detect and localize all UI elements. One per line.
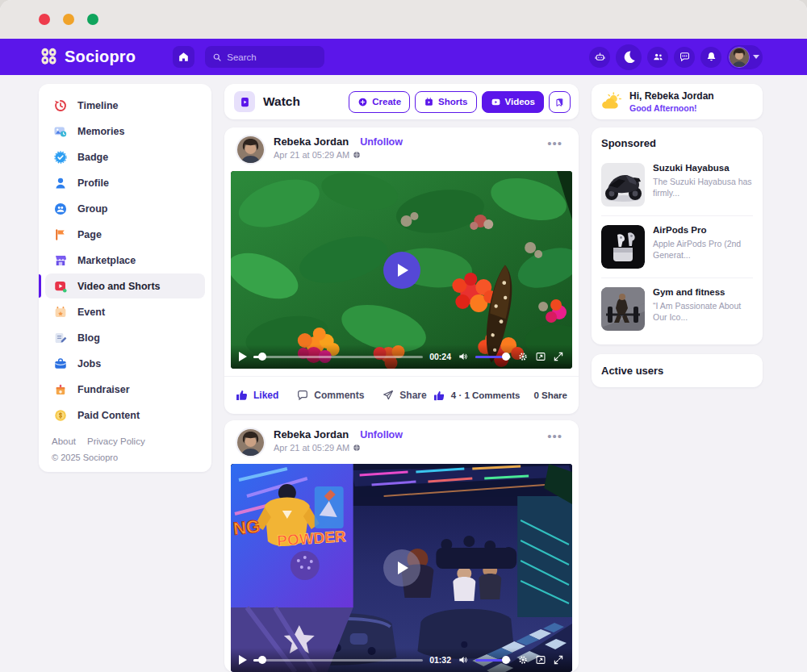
close-window-button[interactable] — [39, 14, 50, 25]
video-player[interactable]: 00:24 — [231, 171, 572, 369]
greeting-title: Hi, Rebeka Jordan — [629, 90, 714, 102]
jobs-briefcase-icon — [53, 357, 68, 371]
shorts-button[interactable]: Shorts — [415, 91, 476, 113]
sidebar-item-video-and-shorts[interactable]: Video and Shorts — [45, 273, 205, 298]
unfollow-link[interactable]: Unfollow — [360, 136, 403, 148]
seek-handle[interactable] — [258, 656, 266, 664]
post-stats: 4 · 1 Comments 0 Share — [433, 390, 567, 402]
fullscreen-button[interactable] — [553, 654, 564, 666]
app-window: Sociopro — [0, 0, 807, 672]
share-button[interactable]: Share — [382, 389, 426, 402]
post-header: Rebeka Jordan Unfollow Apr 21 at 05:29 A… — [224, 420, 579, 464]
sidebar-item-label: Blog — [77, 332, 100, 344]
sidebar-item-label: Video and Shorts — [77, 281, 161, 292]
seek-bar[interactable] — [253, 656, 423, 664]
likes-count-icon — [433, 390, 445, 402]
video-player[interactable]: NG POWDER — [231, 464, 572, 672]
minimize-window-button[interactable] — [63, 14, 74, 25]
seek-bar[interactable] — [253, 353, 423, 361]
sidebar-item-label: Event — [77, 307, 105, 318]
sponsored-item-suzuki[interactable]: Suzuki Hayabusa The Suzuki Hayabusa has … — [601, 157, 753, 215]
sidebar-item-label: Profile — [77, 177, 109, 189]
volume-handle[interactable] — [502, 353, 510, 361]
likes-comments-count[interactable]: 4 · 1 Comments — [451, 390, 521, 400]
unfollow-link[interactable]: Unfollow — [360, 429, 403, 440]
videos-button[interactable]: Videos — [482, 91, 545, 113]
brand-logo[interactable]: Sociopro — [39, 47, 136, 67]
sidebar-item-badge[interactable]: Badge — [45, 144, 205, 169]
friends-button[interactable] — [647, 47, 668, 68]
volume-button[interactable] — [458, 654, 469, 666]
sidebar-item-jobs[interactable]: Jobs — [45, 351, 205, 376]
about-link[interactable]: About — [52, 436, 76, 446]
bot-button[interactable] — [589, 47, 610, 68]
author-avatar[interactable] — [236, 135, 266, 165]
dark-mode-toggle[interactable] — [616, 44, 642, 70]
author-name[interactable]: Rebeka Jordan — [274, 428, 349, 440]
sponsored-title: Sponsored — [601, 137, 753, 149]
sidebar-item-label: Timeline — [77, 100, 118, 111]
sidebar-item-label: Jobs — [77, 358, 101, 369]
play-button[interactable] — [239, 352, 247, 361]
saved-videos-button[interactable] — [549, 91, 571, 113]
gear-icon — [517, 654, 529, 666]
sponsored-name: AirPods Pro — [653, 225, 753, 235]
shares-count[interactable]: 0 Share — [533, 390, 567, 400]
globe-privacy-icon — [353, 444, 361, 452]
sidebar-item-event[interactable]: Event — [45, 299, 205, 324]
settings-button[interactable] — [517, 351, 529, 362]
volume-handle[interactable] — [502, 656, 510, 664]
more-options-button[interactable]: ••• — [542, 135, 567, 152]
more-options-button[interactable]: ••• — [542, 428, 567, 445]
play-button-overlay[interactable] — [383, 549, 420, 586]
create-button[interactable]: Create — [349, 91, 410, 113]
pip-button[interactable] — [535, 654, 546, 666]
left-sidebar: Timeline Memories Badge Profile — [39, 84, 211, 472]
bookmark-icon — [554, 97, 565, 107]
profile-menu[interactable] — [727, 45, 763, 69]
pip-button[interactable] — [535, 351, 546, 362]
sponsored-item-airpods[interactable]: AirPods Pro Apple AirPods Pro (2nd Gener… — [601, 215, 753, 278]
sidebar-item-page[interactable]: Page — [45, 222, 205, 247]
bot-icon — [594, 51, 606, 63]
play-icon — [398, 264, 408, 277]
sidebar-item-profile[interactable]: Profile — [45, 170, 205, 195]
sidebar-item-paid-content[interactable]: Paid Content — [45, 403, 205, 428]
sidebar-item-group[interactable]: Group — [45, 196, 205, 221]
comments-button[interactable]: Comments — [296, 389, 364, 402]
seek-handle[interactable] — [258, 353, 266, 361]
sidebar-item-label: Fundraiser — [77, 384, 130, 395]
sidebar-item-timeline[interactable]: Timeline — [45, 93, 205, 118]
search-input[interactable] — [227, 52, 317, 62]
sidebar-item-label: Paid Content — [77, 410, 140, 421]
greeting-subtitle: Good Afternoon! — [629, 103, 714, 113]
settings-button[interactable] — [517, 654, 529, 666]
volume-slider[interactable] — [475, 656, 511, 664]
dark-mode-moon-icon — [621, 49, 637, 65]
volume-slider[interactable] — [475, 353, 511, 361]
page-title: Watch — [263, 94, 300, 109]
search-icon — [212, 52, 222, 62]
copyright-text: © 2025 Sociopro — [39, 448, 211, 464]
post-header: Rebeka Jordan Unfollow Apr 21 at 05:29 A… — [224, 127, 579, 171]
sidebar-item-memories[interactable]: Memories — [45, 119, 205, 144]
privacy-policy-link[interactable]: Privacy Policy — [87, 436, 145, 446]
home-button[interactable] — [173, 46, 194, 68]
sidebar-item-marketplace[interactable]: Marketplace — [45, 248, 205, 273]
play-button-overlay[interactable] — [383, 252, 420, 289]
messages-icon — [679, 51, 691, 63]
search-bar[interactable] — [205, 46, 324, 68]
fullscreen-button[interactable] — [553, 351, 564, 362]
share-icon — [382, 389, 395, 402]
notifications-button[interactable] — [700, 47, 721, 68]
play-button[interactable] — [239, 655, 247, 665]
messages-button[interactable] — [674, 47, 695, 68]
like-button[interactable]: Liked — [236, 389, 278, 402]
sidebar-item-fundraiser[interactable]: Fundraiser — [45, 377, 205, 402]
author-avatar[interactable] — [236, 428, 266, 457]
sponsored-item-gym[interactable]: Gym and fitness “I Am Passionate About O… — [601, 278, 753, 340]
volume-button[interactable] — [458, 351, 469, 362]
sidebar-item-blog[interactable]: Blog — [45, 325, 205, 350]
maximize-window-button[interactable] — [87, 14, 98, 25]
author-name[interactable]: Rebeka Jordan — [274, 136, 349, 148]
